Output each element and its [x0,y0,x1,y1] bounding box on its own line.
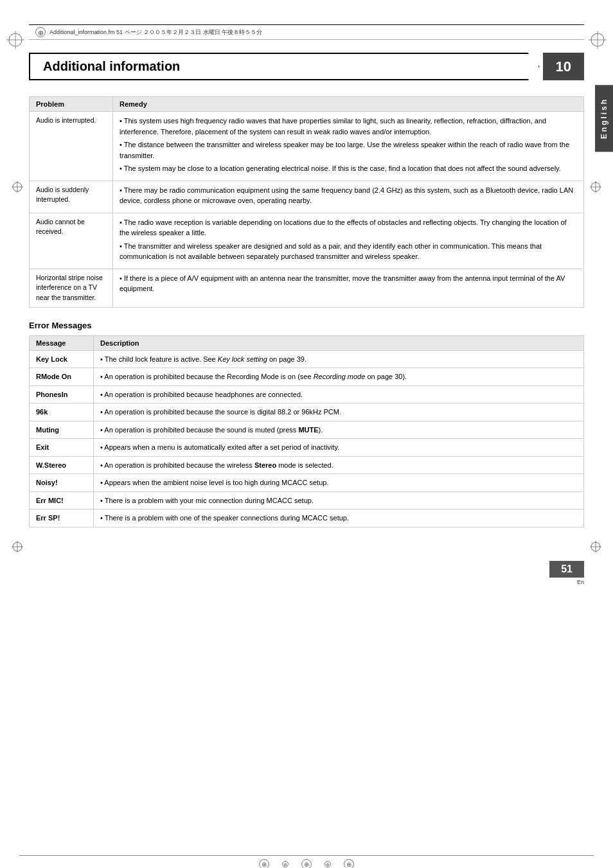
error-desc-1: • The child lock feature is active. See … [94,350,584,368]
left-reg-mark [12,181,23,194]
error-row: Muting • An operation is prohibited beca… [30,421,584,439]
error-col-description-header: Description [94,335,584,350]
col-remedy-header: Remedy [113,97,584,112]
title-section: Additional information 10 [29,53,584,80]
chapter-number: 10 [543,53,584,80]
table-row: Audio is interrupted. • This system uses… [30,112,584,181]
error-desc-7: • An operation is prohibited because the… [94,456,584,474]
problem-cell-4: Horizontal stripe noise interference on … [30,269,113,307]
left-reg-mark2 [12,541,23,554]
bottom-strip: ⊕ ⊕ ⊕ ⊕ ⊕ [19,855,594,868]
error-desc-6: • Appears when a menu is automatically e… [94,439,584,457]
error-desc-8: • Appears when the ambient noise level i… [94,474,584,492]
error-desc-10: • There is a problem with one of the spe… [94,509,584,527]
error-message-10: Err SP! [30,509,94,527]
english-tab: English [595,85,613,152]
error-row: Key Lock • The child lock feature is act… [30,350,584,368]
page-number: 51 [549,561,584,578]
error-message-2: RMode On [30,368,94,386]
page-content: English Additional information 10 Proble… [0,53,613,592]
title-box: Additional information [29,53,540,80]
remedy-cell-3: • The radio wave reception is variable d… [113,213,584,269]
error-message-7: W.Stereo [30,456,94,474]
page-lang: En [549,579,584,585]
bottom-dot-1: ⊕ [282,861,289,867]
remedy-cell-1: • This system uses high frequency radio … [113,112,584,181]
page-footer: 51 En [549,561,584,585]
header-japanese-text: Additional_information.fm 51 ページ ２００５年２月… [49,28,262,37]
svg-point-0 [9,33,22,46]
error-row: RMode On • An operation is prohibited be… [30,368,584,386]
error-row: W.Stereo • An operation is prohibited be… [30,456,584,474]
error-desc-4: • An operation is prohibited because the… [94,403,584,421]
table-row: Audio is suddenly interrupted. • There m… [30,181,584,213]
error-message-4: 96k [30,403,94,421]
col-problem-header: Problem [30,97,113,112]
error-row: 96k • An operation is prohibited because… [30,403,584,421]
bottom-reg-mark-left: ⊕ [259,859,269,868]
remedy-cell-2: • There may be radio communication equip… [113,181,584,213]
right-reg-mark [590,181,601,194]
bottom-dot-2: ⊕ [324,861,331,867]
error-message-3: PhonesIn [30,385,94,403]
page-container: ⊕ Additional_information.fm 51 ページ ２００５年… [0,24,613,868]
header-strip: ⊕ Additional_information.fm 51 ページ ２００５年… [29,24,584,40]
problem-cell-1: Audio is interrupted. [30,112,113,181]
table-row: Horizontal stripe noise interference on … [30,269,584,307]
corner-tl [5,30,26,50]
error-message-1: Key Lock [30,350,94,368]
error-table: Message Description Key Lock • The child… [29,335,584,527]
error-message-6: Exit [30,439,94,457]
error-row: Exit • Appears when a menu is automatica… [30,439,584,457]
bottom-reg-mark-right: ⊕ [344,859,354,868]
error-col-message-header: Message [30,335,94,350]
error-section: Error Messages Message Description Key L… [29,321,584,527]
error-row: Err SP! • There is a problem with one of… [30,509,584,527]
table-row: Audio cannot be received. • The radio wa… [30,213,584,269]
error-row: Err MIC! • There is a problem with your … [30,492,584,509]
error-message-8: Noisy! [30,474,94,492]
corner-tr [587,30,608,50]
bottom-reg-mark-center: ⊕ [301,859,312,868]
header-crosshair: ⊕ [35,27,46,37]
error-row: Noisy! • Appears when the ambient noise … [30,474,584,492]
error-message-5: Muting [30,421,94,439]
problem-table: Problem Remedy Audio is interrupted. • T… [29,96,584,308]
remedy-cell-4: • If there is a piece of A/V equipment w… [113,269,584,307]
error-desc-2: • An operation is prohibited because the… [94,368,584,386]
error-desc-3: • An operation is prohibited because hea… [94,385,584,403]
right-reg-mark2 [590,541,601,554]
problem-cell-3: Audio cannot be received. [30,213,113,269]
error-section-title: Error Messages [29,321,584,330]
error-desc-9: • There is a problem with your mic conne… [94,492,584,509]
svg-point-3 [591,33,604,46]
error-message-9: Err MIC! [30,492,94,509]
error-desc-5: • An operation is prohibited because the… [94,421,584,439]
error-row: PhonesIn • An operation is prohibited be… [30,385,584,403]
problem-cell-2: Audio is suddenly interrupted. [30,181,113,213]
page-title: Additional information [43,59,180,73]
